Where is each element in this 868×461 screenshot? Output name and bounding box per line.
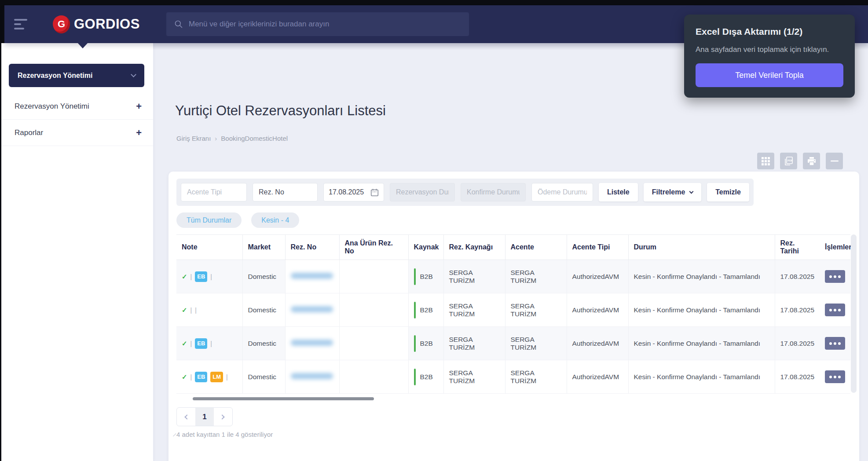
app-window: G GORDIOS Rezervasyon Yönetimi Rezervasy… [0,0,868,461]
cell-acente-tipi: AuthorizedAVM [567,293,628,327]
cell-kaynak: B2B [420,306,433,314]
kaynak-status-bar [414,302,416,318]
ellipsis-icon [829,275,832,278]
logo-text: GORDIOS [74,16,140,32]
breadcrumb-home-link[interactable]: Giriş Ekranı [176,135,211,142]
menu-toggle-icon[interactable] [14,19,28,29]
column-header-durum[interactable]: Durum [628,235,775,260]
column-header-rez-kaynagi[interactable]: Rez. Kaynağı [443,235,505,260]
grid-toolbar: PDF [757,153,843,169]
chip-kesin[interactable]: Kesin - 4 [251,212,299,228]
date-value: 17.08.2025 [329,188,364,196]
export-tooltip: Excel Dışa Aktarımı (1/2) Ana sayfadan v… [684,15,855,98]
cell-ana-urun [339,360,408,394]
plus-icon[interactable]: + [136,101,142,112]
grid-icon [762,157,770,165]
cell-market: Domestic [242,360,285,394]
sidebar: Rezervasyon Yönetimi Rezervasyon Yönetim… [1,43,153,461]
print-button[interactable] [803,153,820,169]
cell-acente-tipi: AuthorizedAVM [567,260,628,293]
sidebar-menu: Rezervasyon Yönetimi + Raporlar + [1,93,153,146]
rez-no-input[interactable] [253,183,318,201]
plus-icon[interactable]: + [136,127,142,139]
row-actions-button[interactable] [825,337,845,350]
cell-ana-urun [339,293,408,327]
column-header-ana-urun-rez-no[interactable]: Ana Ürün Rez. No [339,235,408,260]
column-header-acente[interactable]: Acente [505,235,567,260]
sidebar-item-rezervasyon-yonetimi[interactable]: Rezervasyon Yönetimi + [1,93,153,120]
export-pdf-icon: PDF [784,157,794,165]
column-header-market[interactable]: Market [242,235,285,260]
breadcrumb-separator: › [215,135,217,142]
acente-tipi-input[interactable] [181,183,247,201]
column-header-kaynak[interactable]: Kaynak [408,235,443,260]
pagination-next-button[interactable] [214,408,232,426]
filtreleme-button[interactable]: Filtreleme [644,183,702,201]
content-area: Rezervasyon Yönetimi Rezervasyon Yönetim… [1,43,868,461]
badge-eb: EB [195,372,207,382]
odeme-durumu-input[interactable] [531,183,593,201]
cell-acente: SERGA TURİZM [505,360,567,394]
chevron-down-icon [689,190,694,194]
pagination-page-1[interactable]: 1 [195,408,214,426]
chip-tum-durumlar[interactable]: Tüm Durumlar [176,212,242,228]
row-actions-button[interactable] [825,370,845,383]
rez-no-link-blurred[interactable] [291,273,333,279]
resize-grip[interactable] [171,432,176,436]
horizontal-scrollbar[interactable] [193,397,374,400]
column-header-acente-tipi[interactable]: Acente Tipi [567,235,628,260]
brand-logo[interactable]: G GORDIOS [53,15,140,33]
column-header-islemler[interactable]: İşlemler [820,235,850,260]
rez-no-link-blurred[interactable] [291,373,333,379]
pipe: | [190,273,192,280]
temizle-button[interactable]: Temizle [707,183,749,201]
table-header-row: Note Market Rez. No Ana Ürün Rez. No Kay… [176,235,850,260]
ellipsis-icon [829,309,832,311]
rezervasyon-durumu-input[interactable] [390,183,455,201]
nav-caret [77,43,88,48]
pagination-prev-button[interactable] [177,408,195,426]
column-header-rez-no[interactable]: Rez. No [285,235,339,260]
cell-market: Domestic [242,293,285,327]
calendar-icon[interactable] [370,188,379,197]
grid-view-button[interactable] [757,153,774,169]
cell-acente-tipi: AuthorizedAVM [567,360,628,394]
column-header-rez-tarihi[interactable]: Rez. Tarihi [775,235,820,260]
chevron-left-icon [184,414,189,419]
chip-label: Tüm Durumlar [187,216,231,224]
row-actions-button[interactable] [825,304,845,316]
search-input[interactable] [189,20,461,29]
sidebar-header-rezervasyon-yonetimi[interactable]: Rezervasyon Yönetimi [9,64,144,87]
rez-no-link-blurred[interactable] [291,306,333,312]
check-icon: ✓ [182,340,187,348]
pipe: | [190,340,192,347]
pagination-summary: 4 adet kayıttan 1 ile 4 gösteriliyor [176,431,273,438]
temizle-label: Temizle [715,188,741,196]
row-actions-button[interactable] [825,270,845,283]
sidebar-item-raporlar[interactable]: Raporlar + [1,120,153,146]
cell-rez-kaynagi: SERGA TURİZM [443,327,505,360]
cell-acente: SERGA TURİZM [505,327,567,360]
listele-button[interactable]: Listele [599,183,638,201]
vertical-scrollbar[interactable] [851,234,857,393]
ellipsis-icon [829,342,832,345]
pipe: | [190,373,192,381]
konfirme-durumu-input[interactable] [461,183,526,201]
printer-icon [807,157,816,165]
kaynak-status-bar [414,369,416,385]
svg-text:PDF: PDF [787,159,793,162]
badge-eb: EB [195,338,207,349]
column-header-note[interactable]: Note [176,235,242,260]
breadcrumb: Giriş Ekranı › BookingDomesticHotel [176,135,288,142]
export-pdf-button[interactable]: PDF [780,153,797,169]
table-row: ✓|EB| Domestic B2B SERGA TURİZM SERGA TU… [176,260,850,293]
check-icon: ✓ [182,306,187,314]
rez-no-link-blurred[interactable] [291,340,333,346]
temel-verileri-topla-button[interactable]: Temel Verileri Topla [696,63,843,87]
date-input[interactable]: 17.08.2025 [323,183,384,201]
cell-rez-tarihi: 17.08.2025 [775,360,820,394]
filter-bar: 17.08.2025 Listele Filtreleme Temizle [176,179,754,206]
search-icon [174,20,183,29]
collapse-button[interactable] [826,153,843,169]
cell-ana-urun [339,327,408,360]
